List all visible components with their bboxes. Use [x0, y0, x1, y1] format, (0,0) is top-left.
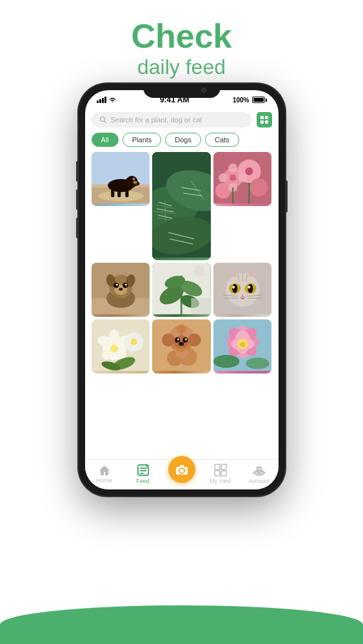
- svg-point-137: [181, 469, 183, 472]
- svg-point-39: [219, 173, 228, 182]
- nav-myyard[interactable]: My Yard: [204, 464, 237, 484]
- svg-rect-14: [125, 189, 128, 197]
- photo-cell-lotus[interactable]: [213, 319, 272, 374]
- svg-point-115: [162, 334, 175, 346]
- filter-plants[interactable]: Plants: [123, 133, 162, 147]
- svg-point-126: [240, 341, 242, 343]
- nav-account[interactable]: Account: [243, 464, 275, 484]
- photo-cell-flowers[interactable]: [213, 152, 272, 206]
- nav-myyard-label: My Yard: [210, 478, 231, 484]
- app-content: Search for a plant, dog or cat All: [85, 107, 279, 459]
- svg-point-35: [250, 178, 268, 196]
- svg-point-42: [245, 167, 253, 175]
- svg-rect-66: [195, 266, 204, 276]
- front-camera: [201, 88, 206, 93]
- svg-point-129: [213, 355, 239, 368]
- svg-point-36: [215, 183, 231, 198]
- camera-button[interactable]: [168, 456, 195, 483]
- svg-point-75: [232, 284, 237, 293]
- svg-point-40: [238, 173, 247, 182]
- svg-rect-132: [140, 468, 146, 469]
- photo-cell-plant-large[interactable]: [152, 152, 211, 260]
- svg-point-77: [232, 286, 235, 289]
- svg-point-139: [185, 468, 186, 469]
- home-icon: [98, 464, 111, 476]
- status-right: 100%: [233, 97, 267, 104]
- svg-point-37: [228, 164, 237, 173]
- svg-point-106: [177, 325, 186, 334]
- filter-all[interactable]: All: [92, 133, 119, 147]
- svg-rect-143: [221, 471, 226, 476]
- wifi-icon: [108, 97, 117, 103]
- account-icon: [253, 464, 266, 477]
- svg-point-130: [246, 357, 269, 369]
- nav-camera[interactable]: [166, 465, 198, 483]
- svg-rect-140: [215, 464, 220, 469]
- svg-point-78: [248, 286, 250, 289]
- svg-point-55: [124, 283, 126, 285]
- nav-feed[interactable]: Feed: [127, 464, 159, 484]
- svg-point-113: [185, 338, 187, 340]
- svg-rect-12: [111, 189, 114, 197]
- svg-rect-13: [117, 189, 121, 197]
- svg-rect-134: [140, 473, 144, 474]
- svg-rect-138: [180, 465, 184, 468]
- photo-cell-dog1[interactable]: [92, 152, 150, 206]
- svg-point-128: [242, 339, 244, 341]
- photo-cell-poodle[interactable]: [152, 319, 211, 374]
- filter-cats[interactable]: Cats: [205, 133, 239, 147]
- phone-notch: [143, 84, 221, 98]
- photo-grid: [92, 152, 272, 374]
- svg-point-94: [110, 345, 118, 352]
- svg-point-114: [179, 342, 184, 346]
- nav-account-label: Account: [248, 478, 270, 484]
- svg-line-1: [104, 121, 106, 123]
- battery-percent: 100%: [233, 97, 250, 104]
- svg-point-56: [119, 288, 123, 290]
- hero-section: Check daily feed: [0, 0, 363, 86]
- bottom-nav: Home Feed: [85, 459, 279, 489]
- filter-row: All Plants Dogs Cats: [92, 133, 272, 147]
- nav-feed-label: Feed: [136, 478, 150, 484]
- battery-icon: [252, 97, 267, 103]
- signal-icon: [97, 97, 106, 103]
- svg-point-127: [244, 341, 246, 343]
- feed-icon: [137, 464, 150, 477]
- svg-point-76: [248, 284, 253, 293]
- photo-cell-plant2[interactable]: [152, 263, 211, 317]
- svg-point-41: [230, 175, 236, 181]
- search-icon: [99, 116, 107, 124]
- svg-point-96: [130, 339, 137, 345]
- nav-home[interactable]: Home: [88, 464, 121, 484]
- bottom-decoration: [0, 605, 363, 644]
- myyard-icon: [214, 464, 227, 477]
- photo-cell-dog2[interactable]: [92, 263, 150, 317]
- phone-screen: 9:41 AM 100%: [85, 90, 279, 489]
- svg-point-116: [188, 334, 201, 346]
- nav-home-label: Home: [96, 477, 112, 484]
- photo-cell-cat[interactable]: [213, 263, 272, 317]
- svg-rect-142: [215, 471, 220, 476]
- svg-rect-65: [191, 298, 211, 314]
- filter-dogs[interactable]: Dogs: [165, 133, 201, 147]
- svg-point-11: [132, 178, 135, 180]
- hero-subtitle: daily feed: [0, 55, 363, 79]
- phone-frame: 9:41 AM 100%: [79, 84, 285, 496]
- search-row: Search for a plant, dog or cat: [92, 112, 272, 128]
- svg-rect-133: [140, 470, 146, 471]
- hero-title: Check: [0, 18, 363, 55]
- grid-view-button[interactable]: [257, 112, 272, 128]
- camera-icon: [175, 464, 188, 475]
- svg-rect-141: [221, 464, 226, 469]
- search-bar[interactable]: Search for a plant, dog or cat: [92, 112, 251, 128]
- svg-point-10: [133, 181, 137, 184]
- photo-cell-flowers2[interactable]: [92, 319, 150, 374]
- status-left: [97, 97, 117, 103]
- svg-rect-31: [152, 152, 211, 258]
- search-placeholder: Search for a plant, dog or cat: [111, 116, 202, 124]
- svg-point-112: [177, 338, 179, 340]
